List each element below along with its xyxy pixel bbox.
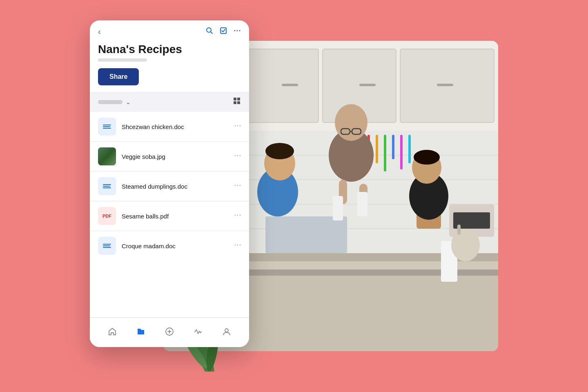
select-button[interactable] xyxy=(220,27,227,36)
pdf-label: PDF xyxy=(102,214,111,218)
filter-pill xyxy=(98,100,122,104)
svg-point-61 xyxy=(237,125,238,127)
header-section: Nana's Recipes Share xyxy=(90,40,249,92)
more-button[interactable] xyxy=(234,27,241,36)
img-thumbnail xyxy=(98,147,116,165)
svg-rect-9 xyxy=(437,84,453,86)
svg-point-37 xyxy=(265,143,294,159)
svg-rect-43 xyxy=(333,196,343,220)
search-button[interactable] xyxy=(206,27,213,36)
phone-panel: ‹ xyxy=(90,20,249,347)
doc-file-icon xyxy=(98,177,116,195)
top-bar-right xyxy=(206,27,241,36)
top-bar: ‹ xyxy=(90,20,249,40)
doc-line xyxy=(103,184,111,185)
svg-point-69 xyxy=(235,215,236,216)
svg-point-74 xyxy=(240,245,241,246)
file-name: Sesame balls.pdf xyxy=(122,213,234,220)
svg-rect-8 xyxy=(359,84,376,86)
bottom-nav xyxy=(90,317,249,347)
svg-point-68 xyxy=(240,185,241,186)
svg-rect-56 xyxy=(234,98,236,100)
svg-rect-18 xyxy=(376,135,378,163)
doc-line xyxy=(103,247,111,248)
share-button[interactable]: Share xyxy=(98,68,139,85)
svg-point-60 xyxy=(235,125,236,127)
file-list: Shcezwan chicken.doc Veggie soba.jpg xyxy=(90,112,249,317)
svg-point-55 xyxy=(239,30,241,31)
svg-rect-22 xyxy=(408,135,411,163)
doc-line xyxy=(103,125,111,125)
file-more-button[interactable] xyxy=(234,122,241,131)
doc-icon-lines xyxy=(100,181,114,192)
doc-file-icon xyxy=(98,237,116,255)
file-more-button[interactable] xyxy=(234,212,241,220)
svg-point-31 xyxy=(335,104,368,141)
doc-line xyxy=(103,187,111,188)
list-item[interactable]: PDF Sesame balls.pdf xyxy=(90,201,249,231)
svg-rect-3 xyxy=(245,49,318,122)
list-item[interactable]: Croque madam.doc xyxy=(90,231,249,261)
svg-point-73 xyxy=(237,245,238,246)
nav-activity-button[interactable] xyxy=(191,324,205,339)
doc-file-icon xyxy=(98,118,116,136)
svg-point-48 xyxy=(451,229,480,261)
svg-point-63 xyxy=(235,155,236,156)
pdf-file-icon: PDF xyxy=(98,207,116,225)
svg-rect-57 xyxy=(237,98,240,100)
list-item[interactable]: Steamed dumplings.doc xyxy=(90,172,249,201)
svg-rect-59 xyxy=(237,101,240,104)
doc-line xyxy=(103,126,110,127)
nav-add-button[interactable] xyxy=(162,324,177,339)
img-file-icon xyxy=(98,147,116,165)
back-button[interactable]: ‹ xyxy=(98,27,101,36)
doc-icon-lines xyxy=(100,121,114,132)
nav-profile-button[interactable] xyxy=(219,324,234,339)
svg-point-54 xyxy=(237,30,238,31)
chevron-down-icon[interactable]: ⌄ xyxy=(126,99,131,105)
file-name: Shcezwan chicken.doc xyxy=(122,123,234,130)
svg-rect-19 xyxy=(384,135,386,172)
file-name: Croque madam.doc xyxy=(122,243,234,249)
svg-point-53 xyxy=(234,30,236,31)
svg-rect-21 xyxy=(400,135,403,169)
svg-point-40 xyxy=(414,150,440,165)
svg-point-78 xyxy=(225,329,228,332)
list-item[interactable]: Veggie soba.jpg xyxy=(90,142,249,172)
top-bar-left: ‹ xyxy=(98,27,101,36)
list-item[interactable]: Shcezwan chicken.doc xyxy=(90,112,249,142)
file-more-button[interactable] xyxy=(234,242,241,250)
grid-view-button[interactable] xyxy=(233,97,241,107)
svg-point-65 xyxy=(240,155,241,156)
doc-line xyxy=(103,244,111,245)
file-more-button[interactable] xyxy=(234,182,241,190)
folder-subtitle xyxy=(98,58,147,62)
svg-rect-29 xyxy=(265,216,347,253)
svg-point-67 xyxy=(237,185,238,186)
svg-rect-58 xyxy=(234,101,236,104)
main-scene: ‹ xyxy=(90,20,498,372)
file-name: Veggie soba.jpg xyxy=(122,153,234,160)
doc-icon-lines xyxy=(100,241,114,251)
nav-home-button[interactable] xyxy=(105,324,120,339)
svg-point-71 xyxy=(240,215,241,216)
doc-line xyxy=(103,186,110,187)
doc-line xyxy=(103,245,110,246)
nav-files-button[interactable] xyxy=(134,324,148,339)
svg-point-64 xyxy=(237,155,238,156)
svg-point-62 xyxy=(240,125,241,127)
file-more-button[interactable] xyxy=(234,152,241,160)
svg-rect-49 xyxy=(457,225,461,235)
folder-title: Nana's Recipes xyxy=(98,43,241,56)
svg-point-72 xyxy=(235,245,236,246)
svg-point-66 xyxy=(235,185,236,186)
svg-rect-44 xyxy=(357,192,368,216)
filter-bar: ⌄ xyxy=(90,92,249,112)
svg-line-51 xyxy=(211,32,213,34)
file-name: Steamed dumplings.doc xyxy=(122,183,234,190)
svg-point-70 xyxy=(237,215,238,216)
filter-left: ⌄ xyxy=(98,99,131,105)
doc-line xyxy=(103,128,111,129)
svg-rect-20 xyxy=(392,135,394,159)
svg-rect-7 xyxy=(282,84,298,86)
